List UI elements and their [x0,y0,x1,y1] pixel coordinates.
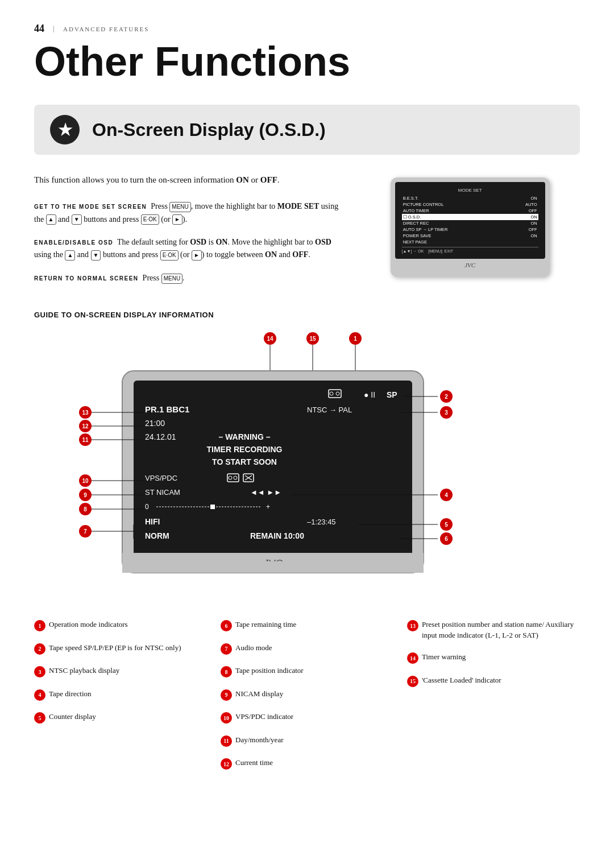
row-label: AUTO TIMER [402,208,507,214]
up-key2: ▲ [65,250,75,261]
table-row: DIRECT REC ON [402,220,538,226]
legend-num-3: 3 [34,666,45,677]
section-label: ADVANCED FEATURES [53,26,149,32]
legend-num-1: 1 [34,620,45,631]
tv-image-col: MODE SET B.E.S.T. ON PICTURE CONTROL AUT… [360,173,580,295]
svg-text:PR.1 BBC1: PR.1 BBC1 [145,404,189,414]
legend-grid: 1 Operation mode indicators 2 Tape speed… [34,619,580,770]
legend-item: 7 Audio mode [221,643,393,655]
guide-section: GUIDE TO ON-SCREEN DISPLAY INFORMATION 1… [34,311,580,770]
play-key2: ► [192,250,202,261]
svg-text:+: + [266,503,270,511]
page-header: 44 ADVANCED FEATURES [34,23,580,35]
svg-text:9: 9 [84,492,87,498]
svg-text:5: 5 [445,522,448,528]
svg-text:ST NICAM: ST NICAM [145,488,180,497]
legend-text-11: Day/month/year [235,735,283,746]
instruction-label-2: ENABLE/DISABLE OSD [34,239,113,246]
down-key: ▼ [72,214,82,225]
content-row: This function allows you to turn the on-… [34,173,580,295]
instruction-label-3: RETURN TO NORMAL SCREEN [34,275,139,282]
page-number: 44 [34,23,44,35]
star-icon: ★ [50,115,80,144]
eok-key2: E·OK [160,250,179,261]
legend-num-11: 11 [221,735,232,747]
table-row: POWER SAVE ON [402,233,538,239]
legend-item: 11 Day/month/year [221,735,393,747]
legend-item: 10 VPS/PDC indicator [221,712,393,724]
svg-text:● II: ● II [364,390,375,399]
row-label: ☐ O.S.D. [402,214,507,220]
row-value: ON [507,233,538,239]
svg-text:2: 2 [445,394,448,400]
legend-item: 13 Preset position number and station na… [407,619,580,641]
row-label: DIRECT REC [402,220,507,226]
row-value [507,239,538,245]
legend-col-1: 1 Operation mode indicators 2 Tape speed… [34,619,207,770]
legend-text-5: Counter display [49,712,96,722]
legend-text-6: Tape remaining time [235,619,296,630]
table-row: AUTO SP → LP TIMER OFF [402,226,538,233]
instruction-label-1: GET TO THE MODE SET SCREEN [34,204,147,210]
legend-text-10: VPS/PDC indicator [235,712,293,722]
tv-screen: MODE SET B.E.S.T. ON PICTURE CONTROL AUT… [395,182,545,259]
svg-text:21:00: 21:00 [145,419,165,428]
svg-text:3: 3 [445,410,448,416]
mode-set-table: B.E.S.T. ON PICTURE CONTROL AUTO AUTO TI… [402,195,538,245]
legend-item: 14 Timer warning [407,652,580,664]
svg-text:24.12.01: 24.12.01 [145,432,176,441]
menu-key: MENU [169,202,190,212]
legend-text-3: NTSC playback display [49,666,119,676]
table-row: NEXT PAGE [402,239,538,245]
tv-brand-small: JVC [395,259,545,272]
svg-text:HIFI: HIFI [145,517,160,526]
row-label: NEXT PAGE [402,239,507,245]
instruction-get-to-mode: GET TO THE MODE SET SCREEN Press MENU, m… [34,200,342,226]
instruction-return: RETURN TO NORMAL SCREEN Press MENU. [34,272,342,284]
play-key: ► [172,214,182,225]
tv-footer: [▲▼] → OK [MENU]: EXIT [402,247,538,253]
svg-text:REMAIN  10:00: REMAIN 10:00 [250,531,304,540]
svg-text:–1:23:45: –1:23:45 [307,518,336,526]
row-value: OFF [507,226,538,233]
svg-text:13: 13 [82,410,89,416]
diagram-container: 14 15 1 JVC ● II [34,328,580,601]
legend-item: 6 Tape remaining time [221,619,393,631]
legend-text-1: Operation mode indicators [49,619,128,630]
svg-text:14: 14 [267,336,273,342]
svg-text:NORM: NORM [145,531,169,540]
svg-text:0: 0 [145,503,149,511]
legend-num-8: 8 [221,666,232,677]
legend-num-2: 2 [34,643,45,655]
legend-text-15: 'Cassette Loaded' indicator [422,675,501,686]
legend-num-13: 13 [407,620,418,631]
legend-col-2: 6 Tape remaining time 7 Audio mode 8 Tap… [221,619,393,770]
svg-text:◄◄ ►►: ◄◄ ►► [250,488,281,497]
legend-item: 9 NICAM display [221,689,393,701]
svg-text:– WARNING –: – WARNING – [218,432,270,441]
svg-text:4: 4 [445,492,448,498]
legend-text-7: Audio mode [235,643,272,654]
menu-key2: MENU [161,274,182,284]
svg-text:8: 8 [84,506,87,512]
row-label: POWER SAVE [402,233,507,239]
main-title: Other Functions [34,39,580,84]
legend-num-9: 9 [221,689,232,701]
instruction-enable-disable: ENABLE/DISABLE OSD The default setting f… [34,236,342,262]
instructions-col: This function allows you to turn the on-… [34,173,342,295]
legend-item: 12 Current time [221,758,393,770]
tv-body: MODE SET B.E.S.T. ON PICTURE CONTROL AUT… [391,177,550,277]
guide-title: GUIDE TO ON-SCREEN DISPLAY INFORMATION [34,311,580,319]
row-label: B.E.S.T. [402,195,507,201]
legend-text-2: Tape speed SP/LP/EP (EP is for NTSC only… [49,643,181,654]
svg-text:SP: SP [387,390,397,399]
svg-text:TO START SOON: TO START SOON [212,457,277,466]
svg-text:VPS/PDC: VPS/PDC [145,474,177,482]
down-key2: ▼ [91,250,101,261]
section-banner: ★ On-Screen Display (O.S.D.) [34,105,580,155]
legend-num-14: 14 [407,652,418,664]
row-label: AUTO SP → LP TIMER [402,226,507,233]
legend-item: 15 'Cassette Loaded' indicator [407,675,580,687]
table-row-highlight: ☐ O.S.D. ON [402,214,538,220]
svg-text:6: 6 [445,536,448,542]
